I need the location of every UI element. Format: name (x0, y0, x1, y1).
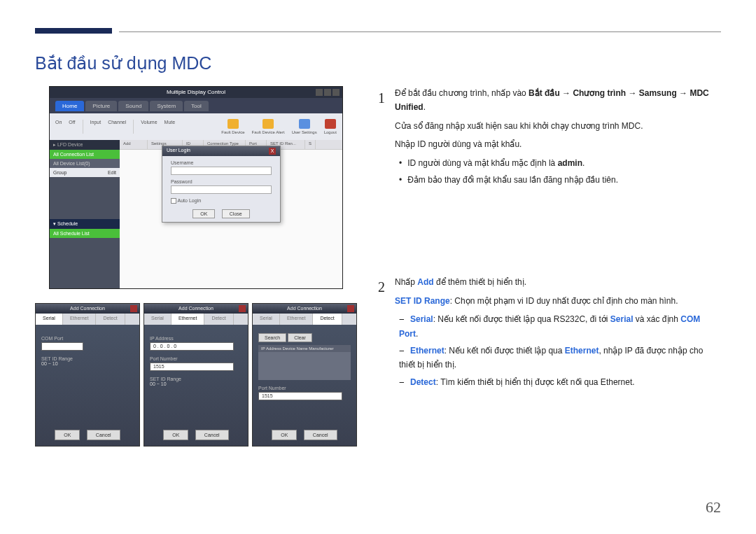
sidebar-schedule[interactable]: ▾ Schedule (50, 219, 120, 229)
fault-alert-icon[interactable]: Fault Device Alert (252, 119, 285, 134)
step-number: 2 (378, 275, 385, 393)
dialog-title: User Login (167, 148, 190, 155)
input-label: Input (90, 120, 102, 134)
tab-detect[interactable]: Detect (313, 314, 342, 325)
tab-serial[interactable]: Serial (253, 314, 280, 325)
tab-detect[interactable]: Detect (204, 314, 233, 325)
ok-button[interactable]: OK (272, 430, 297, 440)
grid-pane: Add Settings ID Connection Type Port SET… (120, 140, 342, 288)
page-number: 62 (706, 498, 721, 517)
tab-picture[interactable]: Picture (85, 101, 117, 111)
device-grid-header: IP Address Device Name Manufacturer (258, 345, 351, 352)
minimize-icon[interactable] (316, 89, 323, 96)
dialog-title: Add Connection (70, 306, 105, 311)
maximize-icon[interactable] (324, 89, 331, 96)
port-label: Port Number (150, 356, 242, 361)
tab-ethernet[interactable]: Ethernet (172, 314, 204, 325)
sidebar-schedule-list[interactable]: All Schedule List (50, 229, 120, 238)
sub-toolbar: On Off Input Channel Volume Mute Fault D… (50, 113, 342, 140)
page-title: Bắt đầu sử dụng MDC (35, 53, 721, 73)
small-screenshots-row: Add Connection Serial Ethernet Detect CO… (35, 303, 357, 447)
autologin-row: Auto Login (171, 198, 272, 204)
logout-icon[interactable]: Logout (324, 119, 337, 134)
comport-select[interactable] (41, 342, 83, 351)
device-grid-body (258, 352, 351, 380)
bullet-item: Detect: Tìm kiếm thiết bị hiển thị được … (399, 375, 714, 389)
ok-button[interactable]: OK (55, 430, 80, 440)
ip-input[interactable]: 0 . 0 . 0 . 0 (150, 342, 234, 351)
add-keyword: Add (417, 277, 433, 287)
add-connection-ethernet: Add Connection Serial Ethernet Detect IP… (144, 303, 248, 447)
port-input[interactable]: 1515 (150, 363, 234, 371)
sidebar-connection-list[interactable]: All Connection List (50, 150, 120, 159)
tab-tool[interactable]: Tool (184, 101, 209, 111)
tab-system[interactable]: System (150, 101, 183, 111)
password-field: Password (171, 179, 272, 194)
login-dialog: User Login X Username Password (162, 146, 281, 223)
setid-label: SET ID Range (150, 377, 242, 381)
window-controls (316, 89, 340, 96)
off-button[interactable]: Off (69, 120, 75, 134)
bullet-item: Đảm bảo thay đổi mật khẩu sau lần đăng n… (399, 173, 714, 187)
step-number: 1 (378, 86, 385, 191)
setid-range[interactable]: 00 ~ 10 (150, 381, 167, 386)
grid-col[interactable]: Add (120, 140, 148, 149)
port-input[interactable]: 1515 (258, 392, 342, 400)
sidebar: ▸ LFD Device All Connection List All Dev… (50, 140, 120, 288)
sidebar-lfd[interactable]: ▸ LFD Device (50, 140, 120, 150)
dialog-title: Add Connection (178, 306, 214, 311)
bullet-item: ID người dùng và mật khẩu mặc định là ad… (399, 156, 714, 170)
volume-label: Volume (141, 120, 157, 134)
step-1: 1 Để bắt đầu chương trình, nhấp vào Bắt … (378, 86, 714, 191)
tab-home[interactable]: Home (55, 101, 84, 111)
password-label: Password (171, 179, 192, 184)
on-button[interactable]: On (55, 120, 62, 134)
dialog-close-icon[interactable]: X (269, 148, 276, 155)
close-icon[interactable] (130, 305, 137, 312)
instructions-column: 1 Để bắt đầu chương trình, nhấp vào Bắt … (378, 86, 714, 447)
mute-label: Mute (164, 120, 176, 134)
section-marker (35, 28, 112, 34)
clear-button[interactable]: Clear (288, 333, 312, 342)
sidebar-group[interactable]: GroupEdit (50, 168, 120, 177)
username-label: Username (171, 160, 193, 165)
tab-ethernet[interactable]: Ethernet (63, 314, 96, 325)
cancel-button[interactable]: Cancel (195, 430, 229, 440)
channel-label: Channel (108, 120, 126, 134)
username-field: Username (171, 160, 272, 175)
tab-ethernet[interactable]: Ethernet (280, 314, 313, 325)
step1-line2: Cửa sổ đăng nhập xuất hiện sau khi khởi … (395, 119, 714, 133)
tab-serial[interactable]: Serial (36, 314, 63, 325)
window-titlebar: Multiple Display Control (50, 87, 342, 98)
sidebar-all-devices[interactable]: All Device List(0) (50, 159, 120, 168)
main-body: ▸ LFD Device All Connection List All Dev… (50, 140, 342, 288)
close-icon[interactable] (239, 305, 246, 312)
step1-line3: Nhập ID người dùng và mật khẩu. (395, 137, 714, 151)
close-button[interactable]: Close (222, 209, 250, 218)
close-icon[interactable] (347, 305, 354, 312)
setid-range[interactable]: 00 ~ 10 (41, 361, 58, 366)
tab-detect[interactable]: Detect (96, 314, 125, 325)
window-title: Multiple Display Control (167, 89, 225, 95)
port-label: Port Number (258, 386, 351, 391)
search-button[interactable]: Search (258, 333, 286, 342)
screenshots-column: Multiple Display Control Home Picture So… (35, 86, 357, 447)
close-icon[interactable] (332, 89, 340, 96)
ok-button[interactable]: OK (192, 209, 215, 218)
tab-serial[interactable]: Serial (144, 314, 172, 325)
step-2: 2 Nhấp Add để thêm thiết bị hiển thị. SE… (378, 275, 714, 393)
cancel-button[interactable]: Cancel (87, 430, 120, 440)
cancel-button[interactable]: Cancel (304, 430, 337, 440)
fault-device-icon[interactable]: Fault Device (221, 119, 244, 134)
autologin-checkbox[interactable] (171, 198, 176, 204)
add-connection-serial: Add Connection Serial Ethernet Detect CO… (35, 303, 140, 447)
bullet-item: Serial: Nếu kết nối được thiết lập qua R… (399, 312, 714, 341)
grid-col: S (305, 140, 316, 149)
ok-button[interactable]: OK (163, 430, 188, 440)
tab-sound[interactable]: Sound (118, 101, 148, 111)
password-input[interactable] (171, 185, 272, 194)
dialog-header: User Login X (162, 146, 280, 156)
user-settings-icon[interactable]: User Settings (292, 119, 317, 134)
username-input[interactable] (171, 167, 272, 175)
dialog-buttons: OK Close (162, 208, 280, 218)
